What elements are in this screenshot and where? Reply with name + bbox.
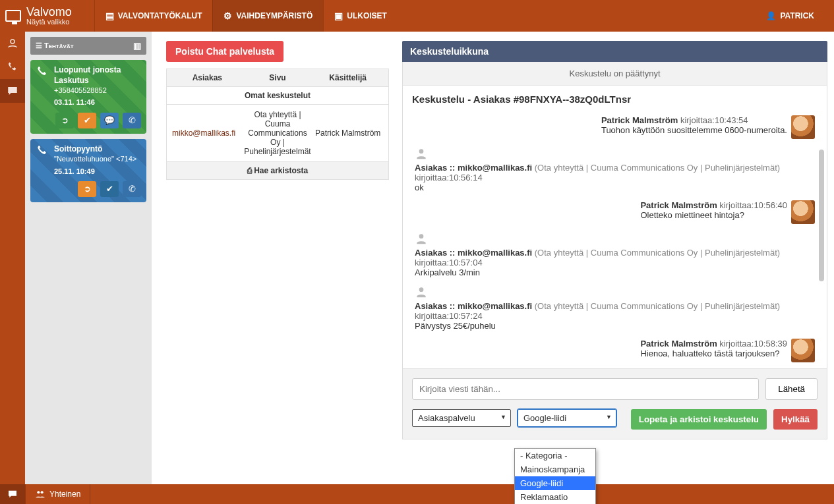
message-input[interactable] <box>412 378 759 400</box>
col-customer: Asiakas <box>172 73 243 82</box>
msg-time: 10:56:40 <box>754 200 787 210</box>
top-nav: Valvomo Näytä valikko ▤VALVONTATYÖKALUT … <box>0 0 834 32</box>
brand-subtitle[interactable]: Näytä valikko <box>26 18 72 26</box>
dropdown-option-selected[interactable]: Google-liidi <box>515 476 595 490</box>
msg-source: (Ota yhteyttä | Cuuma Communications Oy … <box>535 248 780 258</box>
agent-avatar <box>791 339 815 362</box>
dropdown-option[interactable]: - Kategoria - <box>515 449 595 462</box>
clipboard-icon: ▤ <box>105 11 114 21</box>
compose-area: Lähetä Asiakaspalvelu Google-liidi Lopet… <box>403 368 827 439</box>
scrollbar[interactable] <box>819 150 824 281</box>
nav-monitoring-tools[interactable]: ▤VALVONTATYÖKALUT <box>94 0 213 32</box>
cell-page: Ota yhteyttä | Cuuma Communications Oy |… <box>243 110 313 156</box>
card-time: 03.11. 11:46 <box>54 98 141 107</box>
brand-title: Valvomo <box>26 6 72 18</box>
msg-time: 10:43:54 <box>715 115 748 125</box>
archive-search-link[interactable]: ⎙ Hae arkistosta <box>166 162 389 180</box>
archive-box-icon[interactable]: ▥ <box>133 41 141 51</box>
user-icon <box>415 232 428 245</box>
side-header[interactable]: ☰ Tehtävät ▥ <box>30 37 146 55</box>
brand[interactable]: Valvomo Näytä valikko <box>0 0 81 32</box>
dropdown-option[interactable]: Mainoskampanja <box>515 462 595 476</box>
action-call-icon[interactable]: ✆ <box>123 113 141 128</box>
conversation-body: Keskustelu on päättynyt Keskustelu - Asi… <box>402 62 827 439</box>
rail-chat-icon[interactable] <box>0 79 25 103</box>
msg-author: Asiakas :: mikko@mallikas.fi <box>415 301 532 311</box>
monitor-icon: ▣ <box>334 11 343 21</box>
rail-presence-icon[interactable] <box>0 32 25 55</box>
nav-user[interactable]: 👤PATRICK <box>746 11 834 20</box>
msg-author: Patrick Malmström <box>601 115 678 125</box>
reject-button[interactable]: Hylkää <box>773 409 818 430</box>
card-time: 25.11. 10:49 <box>54 167 141 176</box>
conversation-header: Keskusteluikkuna <box>402 41 827 62</box>
msg-source: (Ota yhteyttä | Cuuma Communications Oy … <box>535 301 780 311</box>
msg-text: Arkipalvelu 3/min <box>415 267 480 277</box>
task-card-abandoned[interactable]: Luopunut jonosta Laskutus +358405528852 … <box>30 60 146 134</box>
msg-source: (Ota yhteyttä | Cuuma Communications Oy … <box>535 163 780 173</box>
svg-point-3 <box>419 234 424 238</box>
msg-text: Tuohon käyttöön suosittelemme 0600-numer… <box>601 125 787 135</box>
svg-point-4 <box>419 287 424 292</box>
phone-callback-icon <box>36 144 49 157</box>
msg-author: Patrick Malmström <box>640 339 717 349</box>
side-panel: ☰ Tehtävät ▥ Luopunut jonosta Laskutus +… <box>25 32 152 484</box>
queue-select[interactable]: Asiakaspalvelu <box>412 409 511 427</box>
table-header: Asiakas Sivu Käsittelijä <box>166 69 389 87</box>
left-rail <box>0 32 25 484</box>
bottom-bar: Yhteinen <box>0 484 834 504</box>
archive-conversation-button[interactable]: Lopeta ja arkistoi keskustelu <box>631 409 767 430</box>
card-phone: +358405528852 <box>54 86 141 95</box>
bottom-chat-icon[interactable] <box>0 484 25 504</box>
monitor-icon <box>5 10 21 22</box>
col-page: Sivu <box>243 73 313 82</box>
action-out-icon[interactable]: ➲ <box>78 181 96 197</box>
msg-author: Asiakas :: mikko@mallikas.fi <box>415 248 532 258</box>
message-client: Asiakas :: mikko@mallikas.fi (Ota yhteyt… <box>415 232 815 277</box>
msg-author: Asiakas :: mikko@mallikas.fi <box>415 163 532 173</box>
category-dropdown[interactable]: - Kategoria - Mainoskampanja Google-liid… <box>514 448 596 504</box>
action-check-icon[interactable]: ✔ <box>78 113 96 128</box>
msg-text: Hienoa, haluatteko tästä tarjouksen? <box>640 349 779 358</box>
card-sub: "Neuvotteluhuone" <714> <box>54 154 141 163</box>
msg-time: 10:56:14 <box>449 173 483 182</box>
conversation-ended-banner: Keskustelu on päättynyt <box>403 62 827 86</box>
agent-avatar <box>791 200 815 224</box>
action-out-icon[interactable]: ➲ <box>55 113 74 128</box>
nav-external[interactable]: ▣ULKOISET <box>323 0 398 32</box>
msg-author: Patrick Malmström <box>640 200 717 210</box>
rail-phone-off-icon[interactable] <box>0 55 25 79</box>
msg-text: ok <box>415 182 424 192</box>
chat-list-column: Poistu Chat palvelusta Asiakas Sivu Käsi… <box>166 41 389 180</box>
send-button[interactable]: Lähetä <box>765 378 818 400</box>
table-section: Omat keskustelut <box>166 87 389 105</box>
msg-time: 10:57:24 <box>449 311 483 321</box>
action-check-icon[interactable]: ✔ <box>100 181 119 197</box>
svg-point-6 <box>41 491 44 493</box>
task-card-callback[interactable]: Soittopyyntö "Neuvotteluhuone" <714> 25.… <box>30 139 146 202</box>
dropdown-option[interactable]: Reklamaatio <box>515 490 595 504</box>
card-title: Soittopyyntö <box>54 144 141 155</box>
exit-chat-service-button[interactable]: Poistu Chat palvelusta <box>166 41 283 62</box>
conversation-column: Keskusteluikkuna Keskustelu on päättynyt… <box>402 41 827 439</box>
cell-handler: Patrick Malmström <box>313 128 383 138</box>
user-icon: 👤 <box>766 11 776 20</box>
cell-customer: mikko@mallikas.fi <box>172 128 243 138</box>
msg-time: 10:58:39 <box>754 339 787 349</box>
conversation-title: Keskustelu - Asiakas #98FNXYA--38zQ0dLTn… <box>403 86 827 110</box>
table-row[interactable]: mikko@mallikas.fi Ota yhteyttä | Cuuma C… <box>166 105 389 162</box>
card-title: Luopunut jonosta <box>54 65 141 76</box>
user-icon <box>415 285 428 298</box>
nav-switch-env[interactable]: ⚙VAIHDEYMPÄRISTÖ <box>212 0 323 32</box>
bottom-shared-tab[interactable]: Yhteinen <box>25 484 90 504</box>
svg-point-5 <box>37 491 40 493</box>
archive-icon: ⎙ <box>247 166 254 175</box>
messages-pane[interactable]: Patrick Malmström kirjoittaa:10:43:54 Tu… <box>403 110 827 368</box>
category-select[interactable]: Google-liidi <box>518 409 616 427</box>
action-call-icon[interactable]: ✆ <box>123 181 141 197</box>
message-agent: Patrick Malmström kirjoittaa:10:58:39 Hi… <box>409 339 815 362</box>
action-chat-icon[interactable]: 💬 <box>100 113 119 128</box>
message-client: Asiakas :: mikko@mallikas.fi (Ota yhteyt… <box>415 147 815 192</box>
msg-text: Oletteko miettineet hintoja? <box>640 210 744 220</box>
main-area: Poistu Chat palvelusta Asiakas Sivu Käsi… <box>152 32 827 484</box>
